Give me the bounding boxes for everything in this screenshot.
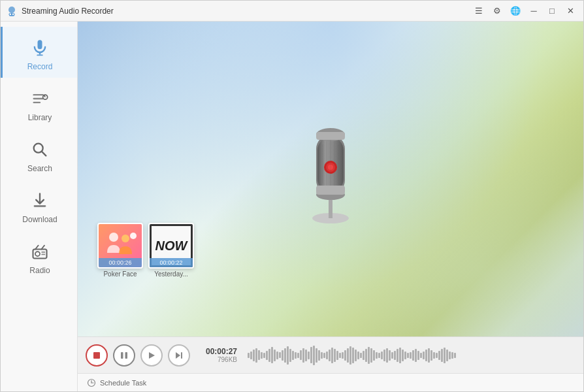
stop-button[interactable] — [86, 344, 108, 367]
sidebar-item-record[interactable]: Record — [1, 27, 77, 78]
search-icon — [28, 138, 52, 161]
svg-rect-8 — [33, 98, 44, 99]
radio-label: Radio — [29, 266, 50, 275]
waveform-bar — [420, 353, 422, 358]
controls-bar: 00:00:27 796KB — [78, 336, 583, 373]
sidebar-item-radio[interactable]: Radio — [1, 231, 77, 282]
web-button[interactable]: 🌐 — [508, 3, 523, 19]
waveform-bar — [321, 352, 323, 359]
record-background: 00:00:26 Poker Face NOW 00:00:22 Yesterd… — [78, 22, 583, 336]
svg-rect-18 — [41, 252, 45, 253]
pause-button[interactable] — [113, 344, 135, 367]
sidebar-item-search[interactable]: Search — [1, 129, 77, 180]
svg-point-40 — [130, 233, 137, 239]
waveform-bar — [397, 349, 398, 362]
download-label: Download — [22, 215, 57, 224]
thumb-poker-face[interactable]: 00:00:26 Poker Face — [97, 223, 143, 278]
waveform-bar — [376, 352, 378, 359]
waveform-bar — [318, 350, 320, 361]
waveform-bar — [334, 349, 336, 362]
thumbnails-container: 00:00:26 Poker Face NOW 00:00:22 Yesterd… — [97, 223, 194, 278]
waveform-bar — [404, 351, 406, 359]
waveform-bar — [308, 351, 310, 359]
waveform-bar — [451, 352, 453, 359]
waveform-bar — [425, 350, 427, 361]
waveform-bar — [438, 351, 440, 360]
app-window: Streaming Audio Recorder ☰ ⚙ 🌐 ─ □ ✕ — [0, 0, 584, 392]
settings-button[interactable]: ⚙ — [489, 3, 505, 19]
waveform-bar — [378, 353, 380, 358]
waveform-bar — [300, 350, 302, 360]
sidebar: Record Library — [1, 22, 78, 391]
file-size: 796KB — [218, 356, 237, 363]
waveform-bar — [412, 350, 414, 361]
waveform-bar — [292, 351, 294, 360]
waveform-bar — [430, 350, 432, 361]
schedule-icon — [87, 378, 96, 387]
window-controls: ☰ ⚙ 🌐 ─ □ ✕ — [471, 3, 578, 19]
waveform-bar — [381, 351, 383, 359]
waveform-bar — [329, 350, 331, 361]
waveform-bar — [274, 350, 276, 361]
maximize-button[interactable]: □ — [544, 3, 560, 19]
waveform-bar — [363, 351, 365, 360]
svg-rect-9 — [33, 102, 41, 103]
svg-rect-42 — [121, 352, 123, 359]
waveform-bar — [394, 351, 396, 360]
time-info: 00:00:27 796KB — [198, 347, 237, 363]
svg-marker-45 — [176, 352, 180, 359]
svg-marker-44 — [149, 352, 155, 359]
waveform-bar — [289, 349, 291, 362]
waveform-bar — [407, 353, 409, 358]
waveform-bar — [360, 353, 362, 358]
thumb-yesterday[interactable]: NOW 00:00:22 Yesterday... — [148, 223, 194, 278]
waveform-bar — [287, 346, 289, 365]
waveform-bar — [386, 348, 388, 363]
waveform-bar — [446, 350, 448, 361]
svg-rect-43 — [125, 352, 128, 359]
waveform-bar — [310, 347, 312, 363]
svg-rect-15 — [34, 205, 46, 207]
waveform-bar — [415, 349, 417, 362]
waveform-bar — [370, 348, 372, 363]
waveform-bar — [258, 350, 260, 360]
waveform-bar — [248, 353, 250, 358]
svg-rect-4 — [38, 40, 42, 49]
thumb-art-poker: 00:00:26 — [97, 223, 143, 269]
svg-rect-32 — [316, 132, 345, 140]
waveform-bar — [365, 349, 367, 362]
library-label: Library — [28, 113, 52, 122]
waveform-bar — [444, 348, 446, 363]
sidebar-item-download[interactable]: Download — [1, 180, 77, 231]
waveform-bar — [389, 350, 391, 361]
waveform-bar — [331, 348, 333, 363]
play-button[interactable] — [140, 344, 163, 367]
waveform-bar — [313, 346, 315, 365]
svg-rect-46 — [181, 352, 182, 359]
record-label: Record — [27, 62, 53, 71]
waveform-bar — [305, 350, 307, 361]
waveform-bar — [417, 351, 419, 360]
microphone-illustration — [291, 108, 370, 226]
now-text: NOW — [155, 239, 187, 252]
waveform-bar — [253, 350, 255, 361]
download-icon — [28, 189, 52, 212]
minimize-button[interactable]: ─ — [526, 3, 542, 19]
waveform-bar — [391, 352, 393, 359]
waveform-bar — [316, 348, 317, 363]
menu-button[interactable]: ☰ — [471, 3, 487, 19]
current-time: 00:00:27 — [206, 347, 237, 356]
search-label: Search — [27, 164, 52, 173]
close-button[interactable]: ✕ — [562, 3, 578, 19]
waveform-bar — [383, 350, 385, 361]
waveform-bar — [261, 352, 263, 359]
waveform-bar — [250, 351, 252, 359]
waveform-bar — [436, 353, 438, 358]
library-icon — [28, 87, 52, 110]
schedule-bar[interactable]: Schedule Task — [78, 373, 583, 391]
waveform-bar — [271, 347, 273, 363]
sidebar-item-library[interactable]: Library — [1, 78, 77, 129]
app-title: Streaming Audio Recorder — [22, 7, 471, 16]
skip-button[interactable] — [168, 344, 190, 367]
svg-rect-31 — [316, 186, 345, 195]
